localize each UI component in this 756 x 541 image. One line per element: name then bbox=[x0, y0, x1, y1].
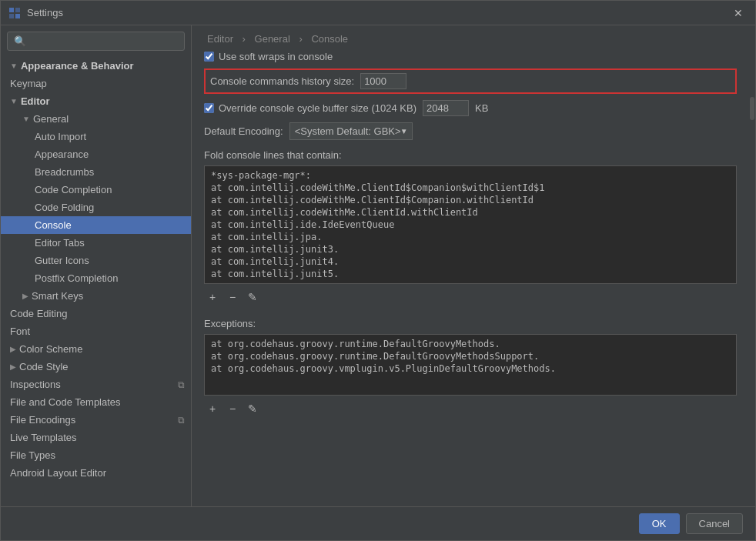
sidebar-item-code-folding[interactable]: Code Folding bbox=[1, 199, 191, 216]
soft-wrap-label[interactable]: Use soft wraps in console bbox=[204, 51, 333, 62]
sidebar: ▼ Appearance & Behavior Keymap ▼ Editor … bbox=[1, 25, 192, 506]
close-button[interactable]: ✕ bbox=[729, 5, 748, 21]
soft-wrap-checkbox[interactable] bbox=[204, 52, 214, 62]
exceptions-toolbar: + − ✎ bbox=[204, 400, 737, 417]
sidebar-item-editor[interactable]: ▼ Editor bbox=[1, 92, 191, 110]
sidebar-item-editor-tabs[interactable]: Editor Tabs bbox=[1, 234, 191, 252]
sidebar-item-font[interactable]: Font bbox=[1, 322, 191, 340]
exceptions-remove-button[interactable]: − bbox=[224, 400, 241, 417]
list-item[interactable]: at com.intellij.ide.IdeEventQueue bbox=[205, 219, 736, 231]
footer: OK Cancel bbox=[1, 506, 755, 540]
chevron-icon: ▼ bbox=[10, 97, 18, 105]
sidebar-item-file-types[interactable]: File Types bbox=[1, 446, 191, 464]
exceptions-edit-button[interactable]: ✎ bbox=[244, 400, 261, 417]
chevron-icon: ▶ bbox=[22, 292, 28, 300]
fold-remove-button[interactable]: − bbox=[224, 289, 241, 306]
sidebar-item-color-scheme[interactable]: ▶ Color Scheme bbox=[1, 340, 191, 358]
sidebar-item-smart-keys[interactable]: ▶ Smart Keys bbox=[1, 287, 191, 305]
titlebar: Settings ✕ bbox=[1, 1, 755, 25]
cancel-button[interactable]: Cancel bbox=[686, 513, 743, 534]
sidebar-item-android-layout[interactable]: Android Layout Editor bbox=[1, 464, 191, 482]
settings-dialog: Settings ✕ ▼ Appearance & Behavior Keyma… bbox=[0, 0, 756, 541]
encoding-row: Default Encoding: <System Default: GBK> … bbox=[204, 122, 737, 140]
encoding-select-wrapper: <System Default: GBK> ▼ bbox=[289, 122, 413, 140]
main-content: ▼ Appearance & Behavior Keymap ▼ Editor … bbox=[1, 25, 755, 506]
app-icon bbox=[8, 7, 21, 19]
encoding-select[interactable]: <System Default: GBK> bbox=[289, 122, 413, 140]
file-encodings-badge: ⧉ bbox=[178, 415, 185, 426]
list-item[interactable]: at com.intellij.junit3. bbox=[205, 243, 736, 255]
sidebar-item-general[interactable]: ▼ General bbox=[1, 110, 191, 128]
sidebar-item-code-style[interactable]: ▶ Code Style bbox=[1, 358, 191, 376]
settings-content-area: Use soft wraps in console Console comman… bbox=[192, 51, 749, 506]
sidebar-item-live-templates[interactable]: Live Templates bbox=[1, 429, 191, 446]
fold-section-label: Fold console lines that contain: bbox=[204, 149, 737, 161]
ok-button[interactable]: OK bbox=[639, 513, 680, 534]
list-item[interactable]: *sys-package-mgr*: bbox=[205, 169, 736, 182]
list-item[interactable]: at com.intellij.junit5. bbox=[205, 268, 736, 280]
sidebar-item-inspections[interactable]: Inspections ⧉ bbox=[1, 376, 191, 393]
exceptions-add-button[interactable]: + bbox=[204, 400, 221, 417]
dialog-title: Settings bbox=[27, 7, 729, 18]
sidebar-item-postfix-completion[interactable]: Postfix Completion bbox=[1, 269, 191, 287]
sidebar-item-console[interactable]: Console bbox=[1, 216, 191, 234]
scroll-area: Use soft wraps in console Console comman… bbox=[192, 51, 755, 506]
chevron-icon: ▼ bbox=[10, 62, 18, 70]
scrollbar-thumb bbox=[750, 97, 754, 120]
sidebar-item-code-editing[interactable]: Code Editing bbox=[1, 305, 191, 322]
scrollbar[interactable] bbox=[749, 51, 755, 506]
sidebar-item-appearance-behavior[interactable]: ▼ Appearance & Behavior bbox=[1, 57, 191, 75]
buffer-size-input[interactable] bbox=[423, 100, 469, 116]
fold-add-button[interactable]: + bbox=[204, 289, 221, 306]
exceptions-label: Exceptions: bbox=[204, 318, 737, 329]
override-buffer-row: Override console cycle buffer size (1024… bbox=[204, 100, 737, 116]
exceptions-list: at org.codehaus.groovy.runtime.DefaultGr… bbox=[204, 334, 737, 396]
kb-label: KB bbox=[475, 102, 488, 114]
sidebar-item-file-code-templates[interactable]: File and Code Templates bbox=[1, 393, 191, 411]
list-item[interactable]: at com.intellij.codeWithMe.ClientId.with… bbox=[205, 206, 736, 219]
chevron-icon: ▼ bbox=[22, 115, 30, 123]
fold-edit-button[interactable]: ✎ bbox=[244, 289, 261, 306]
history-size-row: Console commands history size: bbox=[204, 68, 737, 94]
list-item[interactable]: at com.intellij.junit4. bbox=[205, 255, 736, 268]
list-item[interactable]: at org.codehaus.groovy.vmplugin.v5.Plugi… bbox=[205, 362, 736, 375]
sidebar-item-breadcrumbs[interactable]: Breadcrumbs bbox=[1, 163, 191, 181]
soft-wrap-row: Use soft wraps in console bbox=[204, 51, 737, 62]
main-panel: Editor › General › Console Use soft wrap… bbox=[192, 25, 755, 506]
breadcrumb: Editor › General › Console bbox=[192, 25, 755, 51]
sidebar-tree: ▼ Appearance & Behavior Keymap ▼ Editor … bbox=[1, 57, 191, 506]
svg-rect-2 bbox=[9, 14, 14, 18]
list-item[interactable]: at com.intellij.codeWithMe.ClientId$Comp… bbox=[205, 194, 736, 206]
history-size-input[interactable] bbox=[360, 73, 406, 89]
inspections-badge: ⧉ bbox=[178, 379, 185, 390]
fold-toolbar: + − ✎ bbox=[204, 289, 737, 306]
sidebar-item-file-encodings[interactable]: File Encodings ⧉ bbox=[1, 411, 191, 429]
override-buffer-label[interactable]: Override console cycle buffer size (1024… bbox=[204, 102, 416, 114]
history-size-label: Console commands history size: bbox=[210, 75, 354, 87]
svg-rect-0 bbox=[9, 8, 14, 12]
sidebar-item-appearance[interactable]: Appearance bbox=[1, 145, 191, 163]
svg-rect-3 bbox=[15, 14, 20, 18]
override-buffer-checkbox[interactable] bbox=[204, 103, 214, 113]
search-input[interactable] bbox=[7, 32, 185, 51]
fold-list: *sys-package-mgr*: at com.intellij.codeW… bbox=[204, 165, 737, 284]
list-item[interactable]: at org.codehaus.groovy.runtime.DefaultGr… bbox=[205, 350, 736, 362]
chevron-icon: ▶ bbox=[10, 362, 16, 371]
sidebar-item-keymap[interactable]: Keymap bbox=[1, 75, 191, 92]
sidebar-item-code-completion[interactable]: Code Completion bbox=[1, 181, 191, 199]
svg-rect-1 bbox=[15, 8, 20, 12]
encoding-label: Default Encoding: bbox=[204, 125, 283, 137]
list-item[interactable]: at com.intellij.codeWithMe.ClientId$Comp… bbox=[205, 182, 736, 194]
list-item[interactable]: at com.intellij.jpa. bbox=[205, 231, 736, 243]
list-item[interactable]: at org.codehaus.groovy.runtime.DefaultGr… bbox=[205, 338, 736, 350]
chevron-icon: ▶ bbox=[10, 345, 16, 353]
sidebar-item-auto-import[interactable]: Auto Import bbox=[1, 128, 191, 145]
sidebar-item-gutter-icons[interactable]: Gutter Icons bbox=[1, 252, 191, 269]
